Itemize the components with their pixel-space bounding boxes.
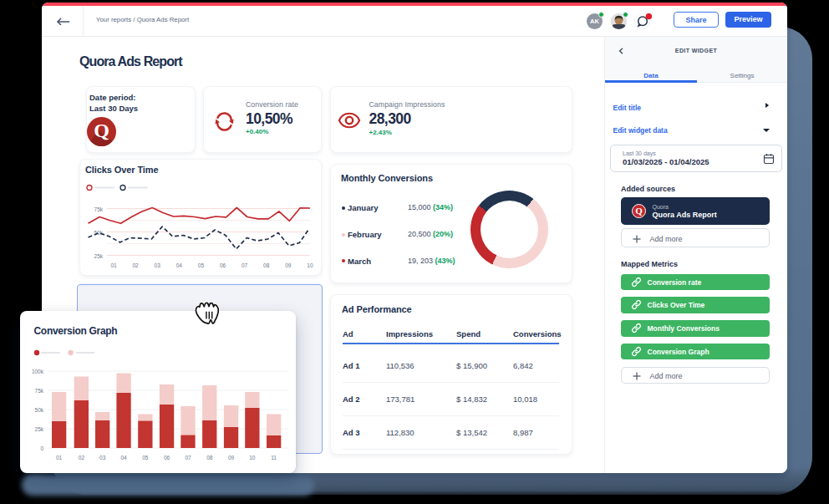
- svg-text:02: 02: [79, 455, 85, 461]
- svg-text:05: 05: [142, 455, 149, 461]
- svg-text:05: 05: [198, 262, 205, 268]
- svg-text:08: 08: [206, 455, 213, 461]
- svg-text:11: 11: [271, 455, 277, 461]
- svg-text:09: 09: [228, 455, 235, 461]
- svg-text:75k: 75k: [94, 206, 104, 212]
- svg-text:06: 06: [220, 262, 226, 268]
- svg-text:0: 0: [40, 445, 43, 451]
- svg-text:01: 01: [110, 262, 117, 268]
- svg-text:04: 04: [176, 262, 183, 268]
- svg-text:07: 07: [185, 455, 191, 461]
- svg-text:25k: 25k: [35, 426, 44, 432]
- svg-text:75k: 75k: [35, 388, 44, 394]
- svg-text:03: 03: [155, 262, 161, 268]
- svg-text:03: 03: [99, 455, 106, 461]
- svg-text:08: 08: [263, 262, 270, 268]
- svg-text:09: 09: [285, 262, 292, 268]
- svg-text:07: 07: [242, 262, 248, 268]
- svg-text:25k: 25k: [94, 253, 104, 259]
- svg-text:100k: 100k: [32, 369, 44, 374]
- svg-text:50k: 50k: [35, 407, 44, 413]
- svg-text:06: 06: [164, 455, 170, 461]
- svg-text:10: 10: [249, 455, 256, 461]
- svg-text:04: 04: [120, 455, 127, 461]
- svg-text:01: 01: [56, 455, 63, 461]
- svg-text:02: 02: [132, 262, 139, 268]
- svg-text:10: 10: [307, 262, 313, 268]
